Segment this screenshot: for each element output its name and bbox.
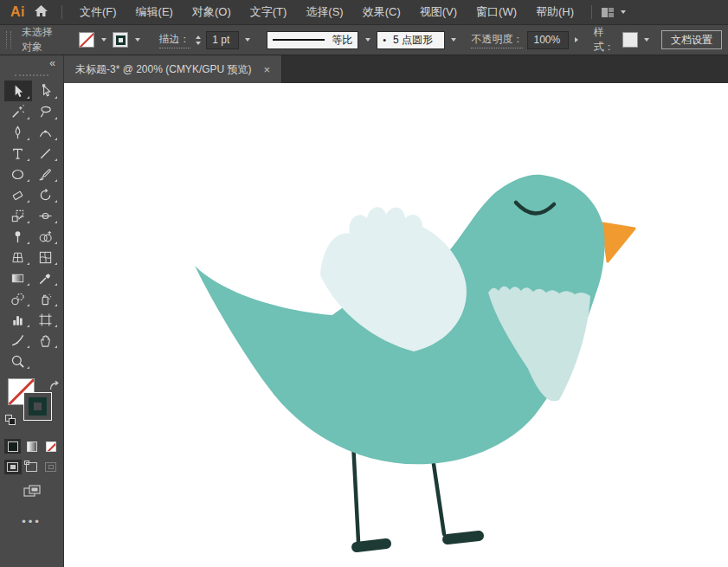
panel-grip[interactable] [6,31,11,48]
divider [61,5,62,19]
draw-normal-button[interactable] [4,460,22,474]
symbol-sprayer-tool[interactable] [32,288,60,309]
none-button[interactable] [42,439,59,454]
menu-item-1[interactable]: 文件(F) [70,0,126,24]
rotate-tool[interactable] [32,184,60,205]
drawing-mode-buttons [0,460,63,474]
column-graph-tool[interactable] [4,309,32,330]
ellipse-tool[interactable] [4,164,32,184]
brush-definition-dropdown[interactable]: • 5 点圆形 [377,31,445,49]
bird-beak [602,223,635,261]
divider [591,5,592,19]
blend-tool[interactable] [4,288,32,309]
style-label: 样式： [594,25,618,55]
stroke-swatch[interactable] [23,392,52,421]
menu-item-5[interactable]: 选择(S) [296,0,352,24]
stroke-profile-preview [273,39,325,41]
chevron-down-icon[interactable] [617,4,629,20]
brush-preview-dot: • [383,35,386,45]
chevron-down-icon[interactable] [642,32,652,48]
document-setup-button[interactable]: 文档设置 [661,30,722,49]
tool-grid [0,81,63,371]
draw-inside-button[interactable] [42,460,60,474]
document-tab-bar: 未标题-3* @ 200% (CMYK/GPU 预览) × [64,55,728,83]
lasso-tool[interactable] [32,101,60,122]
document-tab[interactable]: 未标题-3* @ 200% (CMYK/GPU 预览) × [64,55,282,83]
perspective-grid-tool[interactable] [4,247,32,267]
selection-tool[interactable] [4,81,32,101]
slice-tool[interactable] [4,330,32,351]
stroke-weight-value[interactable]: 1 pt [206,31,239,49]
screen-mode-button[interactable] [0,485,63,501]
workspace-switcher-icon[interactable] [602,8,614,17]
edit-toolbar-icon[interactable]: ••• [0,515,63,528]
menu-item-8[interactable]: 窗口(W) [467,0,526,24]
tools-panel: « [0,55,64,567]
fill-color-swatch[interactable] [79,32,94,48]
collapse-panel-icon[interactable]: « [0,55,63,68]
home-icon [34,4,48,20]
width-profile-dropdown[interactable]: 等比 [267,31,358,49]
scale-tool[interactable] [4,205,32,226]
paintbrush-tool[interactable] [32,164,60,184]
menu-item-2[interactable]: 编辑(E) [126,0,183,24]
shape-builder-tool[interactable] [32,226,60,247]
document-tab-title: 未标题-3* @ 200% (CMYK/GPU 预览) [75,62,252,77]
chevron-down-icon[interactable] [243,32,253,48]
main-menu: 文件(F)编辑(E)对象(O)文字(T)选择(S)效果(C)视图(V)窗口(W)… [70,0,583,24]
stroke-panel-link[interactable]: 描边： [159,32,190,48]
chevron-down-icon[interactable] [132,32,142,48]
panel-grip[interactable] [15,74,48,76]
menu-bar: Ai 文件(F)编辑(E)对象(O)文字(T)选择(S)效果(C)视图(V)窗口… [0,0,728,24]
color-type-buttons [0,439,63,454]
magic-wand-tool[interactable] [4,101,32,122]
width-tool[interactable] [32,205,60,226]
hand-tool[interactable] [32,330,60,351]
chevron-down-icon[interactable] [99,32,108,48]
eraser-tool[interactable] [4,184,32,205]
mesh-tool[interactable] [32,247,60,267]
app-logo: Ai [10,4,25,20]
default-fill-stroke-icon[interactable] [5,415,16,425]
opacity-value[interactable]: 100% [527,31,568,49]
gradient-tool[interactable] [4,267,32,288]
eyedropper-tool[interactable] [32,267,60,288]
fill-stroke-indicator [0,378,63,432]
close-tab-icon[interactable]: × [264,64,271,75]
menu-item-7[interactable]: 视图(V) [410,0,467,24]
chevron-right-icon[interactable] [573,37,581,42]
color-button[interactable] [4,439,21,454]
chevron-down-icon[interactable] [363,32,372,48]
menu-item-6[interactable]: 效果(C) [353,0,410,24]
menu-item-3[interactable]: 对象(O) [183,0,241,24]
line-segment-tool[interactable] [32,143,60,164]
puppet-warp-tool[interactable] [4,226,32,247]
screen-mode-icon [23,485,41,501]
pen-tool[interactable] [4,122,32,143]
opacity-panel-link[interactable]: 不透明度： [471,32,523,48]
zoom-tool[interactable] [4,351,32,371]
control-bar: 未选择对象 描边： 1 pt 等比 • 5 点圆形 不透明度： 100% 样式：… [0,24,728,55]
home-button[interactable] [34,4,48,20]
menu-item-9[interactable]: 帮助(H) [526,0,583,24]
menu-item-4[interactable]: 文字(T) [241,0,297,24]
draw-behind-button[interactable] [23,460,41,474]
curvature-tool[interactable] [32,122,60,143]
bird-illustration [64,83,728,567]
style-swatch[interactable] [622,32,638,48]
direct-selection-tool[interactable] [32,81,60,101]
selection-status: 未选择对象 [22,25,62,55]
stroke-color-swatch[interactable] [113,32,128,48]
artboard-tool[interactable] [32,309,60,330]
gradient-button[interactable] [23,439,40,454]
type-tool[interactable] [4,143,32,164]
stroke-weight-stepper[interactable] [195,35,203,45]
chevron-down-icon[interactable] [449,32,459,48]
artboard-canvas[interactable] [64,83,728,567]
swap-fill-stroke-icon[interactable] [48,379,60,395]
